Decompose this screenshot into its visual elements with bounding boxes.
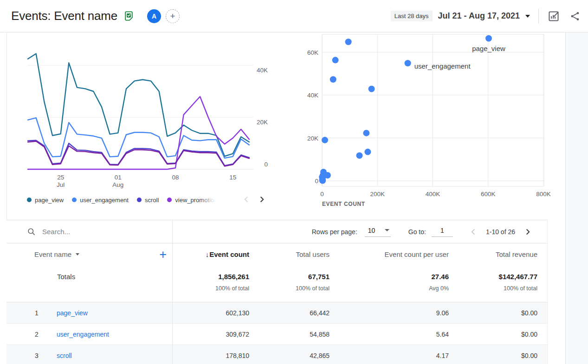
table-toolbar: Search... Rows per page: 10 Go to: 1 1-1… <box>6 220 547 243</box>
scatter-point <box>364 149 371 155</box>
svg-text:20K: 20K <box>307 135 318 142</box>
date-preset-badge: Last 28 days <box>391 11 433 21</box>
cell-value: 9.06 <box>330 309 449 317</box>
svg-text:08: 08 <box>172 174 179 181</box>
cell-value: 602,130 <box>172 309 249 317</box>
cell-value: 42,865 <box>249 352 330 359</box>
cell-value: $0.00 <box>449 331 548 338</box>
totals-row: Totals 1,856,261 100% of total 67,751 10… <box>6 265 547 302</box>
customize-report-button[interactable] <box>547 10 560 23</box>
rows-per-page-select[interactable]: 10 <box>365 227 391 237</box>
cell-value: 309,672 <box>172 331 249 338</box>
svg-text:01: 01 <box>115 174 122 181</box>
column-header-total-revenue[interactable]: Total revenue <box>449 250 548 258</box>
column-header-event-count[interactable]: ↓ Event count <box>172 250 249 258</box>
scatter-point <box>368 86 375 92</box>
svg-text:15: 15 <box>229 174 236 181</box>
previous-page-button[interactable] <box>468 226 479 237</box>
search-icon <box>27 227 36 236</box>
legend-item-page-view[interactable]: page_view <box>27 197 64 204</box>
table-body: 1page_view602,13066,4429.06$0.002user_en… <box>6 302 547 364</box>
go-to-label: Go to: <box>408 228 426 236</box>
next-page-button[interactable] <box>522 226 533 237</box>
event-name-link[interactable]: page_view <box>57 309 88 317</box>
totals-total-revenue: $142,467.77 <box>499 273 537 281</box>
scatter-point <box>332 57 339 64</box>
table-row: 1page_view602,13066,4429.06$0.00 <box>6 302 547 324</box>
chevron-down-icon[interactable] <box>525 15 530 18</box>
add-column-button[interactable]: + <box>159 250 167 259</box>
search-input[interactable]: Search... <box>27 227 70 236</box>
legend-dot <box>137 198 142 202</box>
table-header-row: Event name + ↓ Event count Total users E… <box>6 243 547 265</box>
svg-text:800K: 800K <box>536 191 551 198</box>
totals-label: Totals <box>6 273 172 281</box>
sort-descending-icon: ↓ <box>206 250 209 258</box>
app-header: Events: Event name A + Last 28 days Jul … <box>0 0 588 32</box>
cell-value: 54,858 <box>249 331 330 338</box>
scatter-point <box>363 130 369 136</box>
svg-text:60K: 60K <box>307 49 318 56</box>
cell-value: 178,810 <box>172 352 249 359</box>
comparison-avatar[interactable]: A <box>147 9 161 23</box>
events-table: Search... Rows per page: 10 Go to: 1 1-1… <box>6 220 548 364</box>
legend-item-view-promotion[interactable]: view_promotion <box>167 197 220 204</box>
events-scatter-chart[interactable]: 020K40K60K0200K400K600K800KEVENT COUNTpa… <box>297 32 557 213</box>
svg-text:400K: 400K <box>426 191 440 198</box>
scatter-point <box>319 178 326 184</box>
row-number: 2 <box>27 331 46 338</box>
chevron-down-icon[interactable] <box>76 253 79 255</box>
totals-event-count-per-user: 27.46 <box>431 273 449 281</box>
legend-dot <box>72 198 77 202</box>
cell-value: $0.00 <box>449 309 548 317</box>
table-column-divider <box>172 220 173 364</box>
scatter-point <box>330 76 336 83</box>
cell-value: 5.64 <box>330 331 449 338</box>
rows-per-page-label: Rows per page: <box>312 228 357 236</box>
scatter-point <box>322 137 328 143</box>
svg-text:Jul: Jul <box>57 181 65 188</box>
svg-text:0: 0 <box>320 191 324 198</box>
row-number: 1 <box>27 309 46 317</box>
scatter-point <box>345 38 352 45</box>
legend-dot <box>27 198 32 202</box>
column-header-event-count-per-user[interactable]: Event count per user <box>330 250 449 258</box>
legend-prev-button[interactable] <box>240 193 252 205</box>
cell-value: 66,442 <box>249 309 330 317</box>
events-over-time-line-chart[interactable]: 020K40K25Jul01Aug0815 <box>6 32 280 196</box>
svg-text:0: 0 <box>315 178 318 185</box>
scatter-point <box>405 60 411 66</box>
totals-total-users: 67,751 <box>308 273 330 281</box>
column-header-total-users[interactable]: Total users <box>249 250 330 258</box>
svg-text:600K: 600K <box>481 191 496 198</box>
page-title: Events: Event name <box>11 9 117 23</box>
legend-item-scroll[interactable]: scroll <box>137 197 159 204</box>
scatter-point <box>356 152 363 159</box>
share-icon[interactable] <box>569 10 582 23</box>
svg-text:40K: 40K <box>307 92 318 99</box>
totals-event-count: 1,856,261 <box>218 273 249 281</box>
legend-next-button[interactable] <box>256 193 268 205</box>
cell-value: 4.17 <box>330 352 449 359</box>
table-row: 3scroll178,81042,8654.17$0.00 <box>6 345 547 364</box>
svg-text:40K: 40K <box>257 67 268 74</box>
legend-item-user-engagement[interactable]: user_engagement <box>72 197 129 204</box>
dimension-header-event-name[interactable]: Event name <box>34 250 71 258</box>
svg-text:20K: 20K <box>257 119 268 126</box>
add-comparison-button[interactable]: + <box>166 9 180 23</box>
svg-text:Aug: Aug <box>112 181 123 188</box>
svg-text:200K: 200K <box>370 191 385 198</box>
chevron-down-icon <box>385 229 389 231</box>
pagination-range: 1-10 of 26 <box>486 228 515 236</box>
date-range-selector[interactable]: Jul 21 - Aug 17, 2021 <box>438 11 520 21</box>
svg-text:0: 0 <box>264 161 268 168</box>
svg-text:25: 25 <box>57 174 64 181</box>
go-to-page-input[interactable]: 1 <box>432 227 453 237</box>
row-number: 3 <box>27 352 46 359</box>
event-name-link[interactable]: scroll <box>57 352 72 359</box>
event-name-link[interactable]: user_engagement <box>57 331 109 338</box>
svg-text:EVENT COUNT: EVENT COUNT <box>322 201 365 207</box>
divider <box>538 9 539 24</box>
report-check-icon <box>123 10 134 22</box>
legend-dot <box>167 198 172 202</box>
